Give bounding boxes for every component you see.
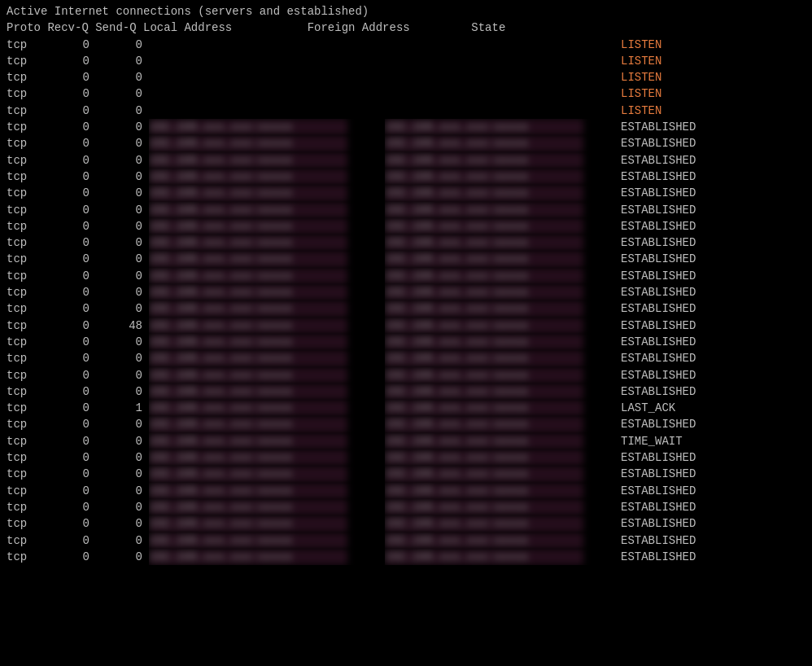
table-row: tcp00 LISTEN bbox=[7, 85, 805, 102]
state-col: ESTABLISHED bbox=[621, 449, 696, 466]
recv-q-col: 0 bbox=[39, 135, 96, 151]
foreign-addr-col: 192.168.xxx.xxx:xxxxx bbox=[385, 449, 621, 466]
recv-q-col: 0 bbox=[39, 334, 96, 350]
proto-col: tcp bbox=[7, 383, 39, 400]
foreign-addr-col: 192.168.xxx.xxx:xxxxx bbox=[385, 169, 621, 185]
proto-col: tcp bbox=[7, 218, 39, 234]
local-addr-col: 192.168.xxx.xxx:xxxxx bbox=[149, 135, 385, 151]
local-addr-col: 192.168.xxx.xxx:xxxxx bbox=[149, 515, 385, 532]
foreign-addr-col: 192.168.xxx.xxx:xxxxx bbox=[385, 334, 621, 350]
foreign-addr-col: 192.168.xxx.xxx:xxxxx bbox=[385, 135, 621, 151]
table-row: tcp00192.168.xxx.xxx:xxxxx 192.168.xxx.x… bbox=[7, 367, 805, 383]
state-col: ESTABLISHED bbox=[621, 185, 696, 201]
title-line: Active Internet connections (servers and… bbox=[7, 3, 805, 20]
state-col: ESTABLISHED bbox=[621, 284, 696, 300]
table-row: tcp00192.168.xxx.xxx:xxxxx 192.168.xxx.x… bbox=[7, 169, 805, 185]
state-col: ESTABLISHED bbox=[621, 152, 696, 169]
recv-q-col: 0 bbox=[39, 119, 96, 135]
foreign-addr-col: 192.168.xxx.xxx:xxxxx bbox=[385, 433, 621, 449]
foreign-addr-col: 192.168.xxx.xxx:xxxxx bbox=[385, 515, 621, 532]
proto-col: tcp bbox=[7, 284, 39, 300]
send-q-col: 0 bbox=[96, 416, 149, 432]
proto-col: tcp bbox=[7, 499, 39, 515]
table-row: tcp00 LISTEN bbox=[7, 53, 805, 69]
send-q-col: 0 bbox=[96, 300, 149, 317]
local-addr-col: 192.168.xxx.xxx:xxxxx bbox=[149, 416, 385, 432]
state-col: LISTEN bbox=[621, 85, 661, 102]
recv-q-col: 0 bbox=[39, 103, 96, 119]
table-row: tcp00192.168.xxx.xxx:xxxxx 192.168.xxx.x… bbox=[7, 466, 805, 482]
proto-col: tcp bbox=[7, 119, 39, 135]
recv-q-col: 0 bbox=[39, 284, 96, 300]
recv-q-col: 0 bbox=[39, 449, 96, 466]
local-addr-col: 192.168.xxx.xxx:xxxxx bbox=[149, 234, 385, 251]
table-row: tcp00192.168.xxx.xxx:xxxxx 192.168.xxx.x… bbox=[7, 135, 805, 151]
local-addr-col: 192.168.xxx.xxx:xxxxx bbox=[149, 350, 385, 366]
proto-col: tcp bbox=[7, 69, 39, 85]
recv-q-col: 0 bbox=[39, 169, 96, 185]
state-col: LISTEN bbox=[621, 103, 661, 119]
foreign-addr-col: 192.168.xxx.xxx:xxxxx bbox=[385, 466, 621, 482]
foreign-addr-col: 192.168.xxx.xxx:xxxxx bbox=[385, 549, 621, 565]
send-q-col: 0 bbox=[96, 383, 149, 400]
local-addr-col: 192.168.xxx.xxx:xxxxx bbox=[149, 499, 385, 515]
recv-q-col: 0 bbox=[39, 234, 96, 251]
table-row: tcp00192.168.xxx.xxx:xxxxx 192.168.xxx.x… bbox=[7, 284, 805, 300]
local-addr-col: 192.168.xxx.xxx:xxxxx bbox=[149, 549, 385, 565]
state-col: ESTABLISHED bbox=[621, 234, 696, 251]
table-row: tcp01192.168.xxx.xxx:xxxxx 192.168.xxx.x… bbox=[7, 400, 805, 416]
send-q-col: 0 bbox=[96, 251, 149, 267]
state-col: LAST_ACK bbox=[621, 400, 675, 416]
local-addr-col bbox=[149, 85, 385, 102]
table-row: tcp00192.168.xxx.xxx:xxxxx 192.168.xxx.x… bbox=[7, 532, 805, 549]
state-col: LISTEN bbox=[621, 37, 661, 53]
send-q-col: 0 bbox=[96, 268, 149, 284]
local-addr-col: 192.168.xxx.xxx:xxxxx bbox=[149, 449, 385, 466]
foreign-addr-col: 192.168.xxx.xxx:xxxxx bbox=[385, 532, 621, 549]
foreign-addr-col: 192.168.xxx.xxx:xxxxx bbox=[385, 499, 621, 515]
local-addr-col: 192.168.xxx.xxx:xxxxx bbox=[149, 433, 385, 449]
send-q-col: 0 bbox=[96, 449, 149, 466]
foreign-addr-col: 192.168.xxx.xxx:xxxxx bbox=[385, 268, 621, 284]
recv-q-col: 0 bbox=[39, 367, 96, 383]
proto-col: tcp bbox=[7, 152, 39, 169]
proto-col: tcp bbox=[7, 433, 39, 449]
local-addr-col: 192.168.xxx.xxx:xxxxx bbox=[149, 400, 385, 416]
foreign-addr-col: 192.168.xxx.xxx:xxxxx bbox=[385, 483, 621, 499]
proto-col: tcp bbox=[7, 334, 39, 350]
table-row: tcp00192.168.xxx.xxx:xxxxx 192.168.xxx.x… bbox=[7, 119, 805, 135]
recv-q-col: 0 bbox=[39, 483, 96, 499]
terminal-window: Active Internet connections (servers and… bbox=[0, 0, 812, 666]
local-addr-col: 192.168.xxx.xxx:xxxxx bbox=[149, 334, 385, 350]
proto-col: tcp bbox=[7, 350, 39, 366]
recv-q-col: 0 bbox=[39, 85, 96, 102]
local-addr-col: 192.168.xxx.xxx:xxxxx bbox=[149, 383, 385, 400]
foreign-addr-col: 192.168.xxx.xxx:xxxxx bbox=[385, 251, 621, 267]
foreign-addr-col: 192.168.xxx.xxx:xxxxx bbox=[385, 350, 621, 366]
send-q-col: 0 bbox=[96, 169, 149, 185]
state-col: ESTABLISHED bbox=[621, 483, 696, 499]
foreign-addr-col bbox=[385, 69, 621, 85]
foreign-addr-col: 192.168.xxx.xxx:xxxxx bbox=[385, 416, 621, 432]
proto-col: tcp bbox=[7, 515, 39, 532]
recv-q-col: 0 bbox=[39, 251, 96, 267]
local-addr-col: 192.168.xxx.xxx:xxxxx bbox=[149, 483, 385, 499]
recv-q-col: 0 bbox=[39, 300, 96, 317]
state-col: ESTABLISHED bbox=[621, 499, 696, 515]
local-addr-col: 192.168.xxx.xxx:xxxxx bbox=[149, 532, 385, 549]
table-row: tcp00192.168.xxx.xxx:xxxxx 192.168.xxx.x… bbox=[7, 251, 805, 267]
state-col: TIME_WAIT bbox=[621, 433, 683, 449]
state-col: ESTABLISHED bbox=[621, 383, 696, 400]
send-q-col: 0 bbox=[96, 515, 149, 532]
foreign-addr-col: 192.168.xxx.xxx:xxxxx bbox=[385, 202, 621, 218]
send-q-col: 0 bbox=[96, 367, 149, 383]
table-row: tcp00192.168.xxx.xxx:xxxxx 192.168.xxx.x… bbox=[7, 202, 805, 218]
local-addr-col: 192.168.xxx.xxx:xxxxx bbox=[149, 466, 385, 482]
send-q-col: 0 bbox=[96, 185, 149, 201]
table-row: tcp00192.168.xxx.xxx:xxxxx 192.168.xxx.x… bbox=[7, 234, 805, 251]
table-row: tcp00192.168.xxx.xxx:xxxxx 192.168.xxx.x… bbox=[7, 449, 805, 466]
table-row: tcp00192.168.xxx.xxx:xxxxx 192.168.xxx.x… bbox=[7, 515, 805, 532]
state-col: ESTABLISHED bbox=[621, 300, 696, 317]
recv-q-col: 0 bbox=[39, 433, 96, 449]
send-q-col: 0 bbox=[96, 37, 149, 53]
